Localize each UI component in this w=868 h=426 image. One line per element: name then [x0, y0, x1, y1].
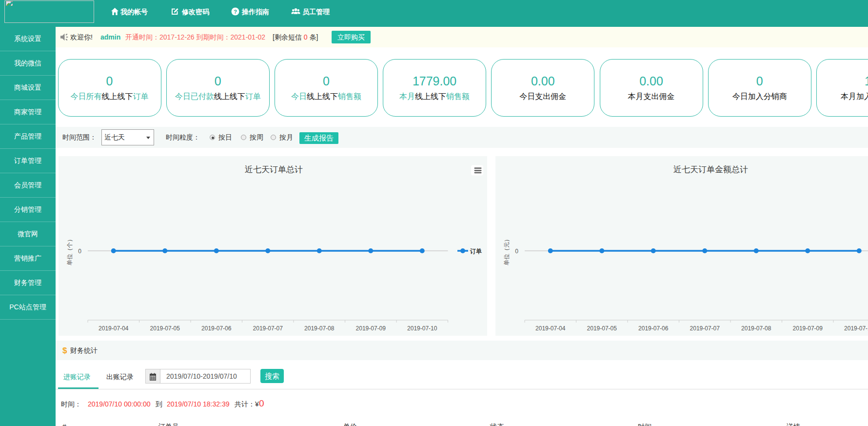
- svg-text:2019-07-06: 2019-07-06: [201, 325, 232, 332]
- svg-text:2019-07-07: 2019-07-07: [690, 325, 720, 332]
- svg-text:2019-07-06: 2019-07-06: [638, 325, 669, 332]
- svg-text:2019-07-04: 2019-07-04: [99, 325, 129, 332]
- svg-text:2019-07-10: 2019-07-10: [844, 325, 868, 332]
- svg-text:2019-07-05: 2019-07-05: [587, 325, 617, 332]
- svg-text:0: 0: [515, 248, 518, 255]
- svg-text:订单: 订单: [470, 248, 482, 255]
- svg-text:2019-07-07: 2019-07-07: [253, 325, 283, 332]
- svg-text:0: 0: [78, 248, 81, 255]
- svg-text:2019-07-08: 2019-07-08: [741, 325, 771, 332]
- svg-text:2019-07-04: 2019-07-04: [535, 325, 566, 332]
- svg-text:单位（元）: 单位（元）: [503, 236, 510, 265]
- svg-text:单位（个）: 单位（个）: [66, 236, 73, 265]
- svg-text:2019-07-09: 2019-07-09: [793, 325, 823, 332]
- svg-text:?: ?: [234, 9, 237, 15]
- svg-text:2019-07-10: 2019-07-10: [407, 325, 437, 332]
- svg-text:2019-07-09: 2019-07-09: [356, 325, 386, 332]
- svg-text:2019-07-05: 2019-07-05: [150, 325, 180, 332]
- svg-text:2019-07-08: 2019-07-08: [304, 325, 335, 332]
